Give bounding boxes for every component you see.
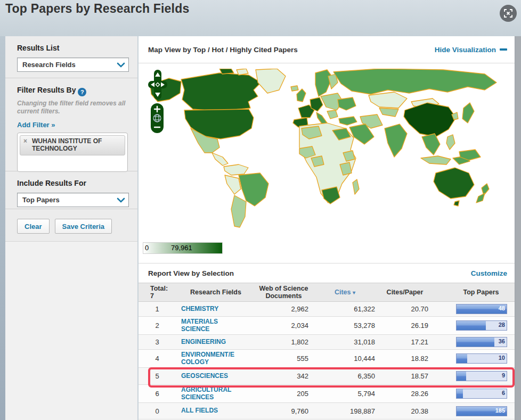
- row-rank: 0: [139, 407, 176, 415]
- research-field-link[interactable]: CHEMISTRY: [176, 306, 242, 312]
- fullscreen-button[interactable]: [500, 5, 517, 22]
- cites-per-paper-value: 17.21: [378, 338, 432, 346]
- cites-value: 198,887: [312, 407, 378, 415]
- wos-documents-value: 1,802: [256, 338, 312, 346]
- map-zoom-control[interactable]: [150, 103, 164, 134]
- filter-tag[interactable]: × WUHAN INSTITUTE OF TECHNOLOGY: [20, 135, 125, 155]
- cites-per-paper-value: 18.57: [378, 372, 432, 380]
- top-papers-cell: 48: [456, 304, 507, 314]
- scale-max-value: 79,961: [171, 244, 192, 252]
- page-header: Top Papers by Research Fields: [0, 0, 521, 36]
- top-papers-bar[interactable]: 185: [456, 406, 507, 416]
- table-body: 1CHEMISTRY2,96261,32220.70482MATERIALS S…: [139, 302, 515, 419]
- wos-documents-value: 342: [256, 372, 312, 380]
- wos-documents-value: 205: [256, 390, 312, 398]
- cites-value: 6,350: [312, 372, 378, 380]
- hide-visualization-link[interactable]: Hide Visualization: [435, 46, 507, 54]
- filter-box: × WUHAN INSTITUTE OF TECHNOLOGY: [17, 133, 128, 172]
- top-papers-value: 6: [502, 390, 505, 396]
- save-criteria-button[interactable]: Save Criteria: [55, 219, 112, 234]
- world-choropleth-map[interactable]: [140, 69, 512, 239]
- wos-documents-value: 2,962: [256, 305, 312, 313]
- cites-value: 53,278: [312, 322, 378, 330]
- top-papers-bar-fill: [457, 372, 466, 381]
- top-papers-value: 36: [499, 338, 505, 344]
- cites-per-paper-value: 26.19: [378, 322, 432, 330]
- results-list-heading: Results List: [17, 44, 129, 52]
- research-field-link[interactable]: ALL FIELDS: [176, 407, 242, 414]
- filter-note: Changing the filter field removes all cu…: [17, 100, 129, 116]
- research-field-link[interactable]: ENVIRONMENT/E COLOGY: [176, 351, 242, 365]
- col-research-fields: Research Fields: [176, 289, 256, 296]
- page-title: Top Papers by Research Fields: [5, 2, 189, 16]
- cites-value: 5,794: [312, 390, 378, 398]
- results-list-dropdown[interactable]: Research Fields: [17, 57, 129, 72]
- country-shapes[interactable]: [150, 69, 496, 227]
- cites-per-paper-value: 20.70: [378, 305, 432, 313]
- wos-documents-value: 2,034: [256, 322, 312, 330]
- expand-icon: [503, 8, 514, 19]
- wos-documents-value: 9,760: [256, 407, 312, 415]
- top-papers-bar[interactable]: 6: [456, 389, 507, 399]
- top-papers-bar-fill: [457, 321, 486, 330]
- scrollbar-track[interactable]: [515, 36, 521, 420]
- row-rank: 2: [139, 322, 176, 330]
- top-papers-cell: 6: [456, 389, 507, 399]
- map-area: 0 79,961: [139, 63, 515, 263]
- cites-per-paper-value: 18.82: [378, 355, 432, 363]
- report-view-header: Report View by Selection Customize: [139, 263, 515, 283]
- top-papers-bar[interactable]: 28: [456, 320, 507, 331]
- sidebar-buttons: Clear Save Criteria: [5, 209, 137, 242]
- row-rank: 1: [139, 305, 176, 313]
- cites-per-paper-value: 28.26: [378, 390, 432, 398]
- col-cites-sort[interactable]: Cites ▾: [312, 289, 378, 296]
- top-papers-value: 9: [502, 372, 505, 378]
- table-row: 4ENVIRONMENT/E COLOGY55510,44418.8210: [139, 350, 515, 368]
- chevron-down-icon: [117, 61, 125, 70]
- map-view-title: Map View by Top / Hot / Highly Cited Pap…: [148, 46, 298, 54]
- top-papers-bar[interactable]: 48: [456, 304, 507, 314]
- top-papers-bar[interactable]: 9: [456, 371, 507, 381]
- filter-tag-label: WUHAN INSTITUTE OF TECHNOLOGY: [32, 137, 102, 152]
- research-field-link[interactable]: GEOSCIENCES: [176, 373, 242, 380]
- include-results-dropdown[interactable]: Top Papers: [17, 193, 129, 207]
- results-list-selected: Research Fields: [22, 61, 76, 69]
- map-view-header: Map View by Top / Hot / Highly Cited Pap…: [139, 36, 515, 63]
- col-wos-documents: Web of Science Documents: [256, 285, 312, 300]
- table-row: 5GEOSCIENCES3426,35018.579: [139, 368, 515, 385]
- row-rank: 4: [139, 355, 176, 363]
- add-filter-link[interactable]: Add Filter »: [17, 121, 55, 129]
- table-row: 0ALL FIELDS9,760198,88720.38185: [139, 403, 515, 419]
- table-row: 3ENGINEERING1,80231,01817.2136: [139, 335, 515, 350]
- map-pan-control[interactable]: [147, 70, 168, 101]
- top-papers-cell: 28: [456, 320, 507, 331]
- cites-per-paper-value: 20.38: [378, 407, 432, 415]
- map-color-scale: 0 79,961: [143, 242, 223, 254]
- filter-heading: Filter Results By ?: [17, 86, 129, 96]
- top-papers-bar-fill: [457, 337, 494, 347]
- research-field-link[interactable]: MATERIALS SCIENCE: [176, 318, 242, 332]
- col-top-papers: Top Papers: [432, 289, 515, 296]
- include-results-heading: Include Results For: [17, 179, 129, 187]
- clear-button[interactable]: Clear: [17, 219, 50, 234]
- top-papers-bar[interactable]: 10: [456, 353, 507, 364]
- research-field-link[interactable]: ENGINEERING: [176, 339, 242, 345]
- help-icon[interactable]: ?: [78, 88, 86, 96]
- top-papers-cell: 10: [456, 353, 507, 364]
- total-count: Total: 7: [139, 285, 176, 300]
- chevron-down-icon: [117, 196, 125, 205]
- remove-filter-icon[interactable]: ×: [23, 137, 27, 145]
- cites-value: 61,322: [312, 305, 378, 313]
- sidebar: Results List Research Fields Filter Resu…: [5, 36, 137, 420]
- row-rank: 3: [139, 338, 176, 346]
- table-row: 1CHEMISTRY2,96261,32220.7048: [139, 302, 515, 317]
- include-results-selected: Top Papers: [22, 196, 60, 204]
- top-papers-bar-fill: [457, 354, 467, 363]
- research-field-link[interactable]: AGRICULTURAL SCIENCES: [176, 386, 242, 400]
- customize-link[interactable]: Customize: [471, 269, 507, 277]
- report-view-title: Report View by Selection: [148, 269, 234, 277]
- top-papers-value: 185: [495, 407, 505, 414]
- top-papers-bar[interactable]: 36: [456, 337, 507, 347]
- include-results-section: Include Results For Top Papers: [5, 171, 137, 209]
- minus-icon: [500, 48, 507, 51]
